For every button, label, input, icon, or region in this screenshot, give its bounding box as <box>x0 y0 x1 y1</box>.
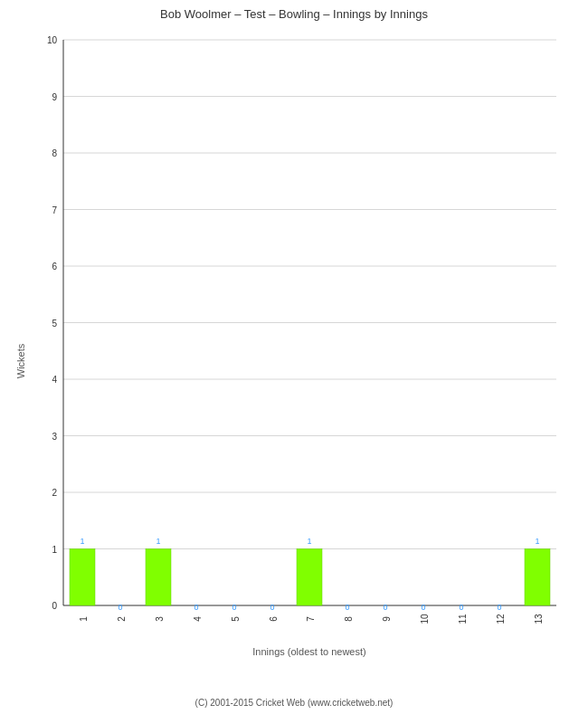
svg-text:0: 0 <box>345 603 349 612</box>
bar-13 <box>525 549 550 606</box>
svg-text:0: 0 <box>52 601 57 611</box>
svg-text:8: 8 <box>344 616 354 622</box>
svg-text:6: 6 <box>269 616 279 622</box>
svg-text:8: 8 <box>52 148 57 158</box>
chart-svg: Wickets 10 9 8 7 6 <box>14 26 574 696</box>
bar-3 <box>146 549 171 606</box>
svg-text:1: 1 <box>535 537 539 546</box>
svg-text:9: 9 <box>52 92 57 102</box>
bar-7 <box>297 549 322 606</box>
svg-text:2: 2 <box>52 488 57 498</box>
x-axis-label: Innings (oldest to newest) <box>252 646 365 657</box>
svg-text:7: 7 <box>306 616 316 622</box>
svg-text:3: 3 <box>52 432 57 442</box>
chart-container: Bob Woolmer – Test – Bowling – Innings b… <box>0 0 588 724</box>
y-axis-label: Wickets <box>15 343 26 378</box>
svg-text:11: 11 <box>458 614 468 624</box>
svg-text:12: 12 <box>496 614 506 624</box>
svg-text:0: 0 <box>232 603 236 612</box>
chart-title: Bob Woolmer – Test – Bowling – Innings b… <box>160 7 428 21</box>
svg-text:1: 1 <box>79 616 89 622</box>
svg-text:0: 0 <box>118 603 122 612</box>
svg-text:10: 10 <box>420 614 430 624</box>
svg-text:0: 0 <box>194 603 198 612</box>
bar-1 <box>70 549 95 606</box>
svg-text:0: 0 <box>421 603 425 612</box>
svg-text:9: 9 <box>382 616 392 622</box>
svg-text:1: 1 <box>307 537 311 546</box>
svg-text:5: 5 <box>231 616 241 622</box>
svg-text:1: 1 <box>80 537 84 546</box>
svg-text:6: 6 <box>52 262 57 272</box>
svg-text:10: 10 <box>47 35 58 45</box>
svg-text:4: 4 <box>193 616 203 622</box>
copyright-text: (C) 2001-2015 Cricket Web (www.cricketwe… <box>14 698 574 708</box>
svg-text:0: 0 <box>497 603 501 612</box>
svg-text:1: 1 <box>52 545 57 555</box>
svg-text:4: 4 <box>52 375 57 385</box>
svg-text:5: 5 <box>52 319 57 329</box>
svg-text:3: 3 <box>155 616 165 622</box>
svg-text:0: 0 <box>270 603 274 612</box>
svg-text:1: 1 <box>156 537 160 546</box>
svg-text:2: 2 <box>117 616 127 622</box>
svg-text:7: 7 <box>52 205 57 215</box>
svg-text:0: 0 <box>459 603 463 612</box>
svg-text:0: 0 <box>383 603 387 612</box>
svg-text:13: 13 <box>534 614 544 624</box>
